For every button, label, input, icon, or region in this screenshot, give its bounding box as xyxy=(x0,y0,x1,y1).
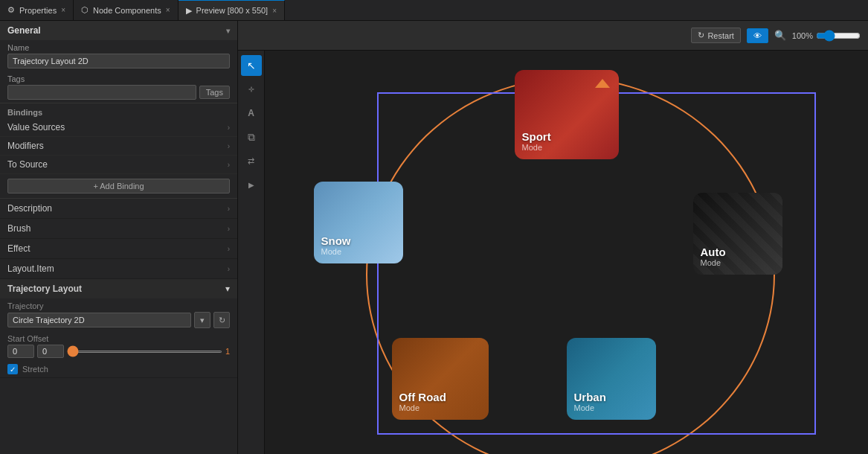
tags-input-row: Tags xyxy=(7,85,230,100)
offset-inputs: 1 xyxy=(7,345,230,358)
auto-card[interactable]: Auto Mode xyxy=(693,193,782,275)
preview-tab-close[interactable]: × xyxy=(272,7,277,15)
effect-row[interactable]: Effect › xyxy=(0,239,237,259)
stretch-label: Stretch xyxy=(22,365,48,374)
restart-button[interactable]: ↻ Restart xyxy=(691,28,740,43)
start-offset-row: Start Offset 1 xyxy=(0,331,237,361)
preview-toolbar: ↻ Restart 👁 🔍 100% xyxy=(238,21,868,51)
node-components-tab-close[interactable]: × xyxy=(166,6,170,14)
restart-icon: ↻ xyxy=(698,31,704,40)
bindings-header: Bindings xyxy=(0,103,237,118)
tab-bar: ⚙ Properties × ⬡ Node Components × ▶ Pre… xyxy=(0,0,868,21)
layers-tool[interactable]: ⧉ xyxy=(241,127,262,147)
canvas-area: ↖ ⊹ A ⧉ ⇄ ▶ Sport Mode xyxy=(238,51,868,454)
video-tool[interactable]: ▶ xyxy=(241,174,262,195)
to-source-row[interactable]: To Source › xyxy=(0,156,237,174)
trajectory-dropdown-icon[interactable]: ▾ xyxy=(194,312,210,328)
start-offset-label: Start Offset xyxy=(7,334,230,343)
trajectory-select-row: Circle Trajectory 2D ▾ ↻ xyxy=(7,312,230,328)
tab-preview[interactable]: ▶ Preview [800 x 550] × xyxy=(179,0,285,20)
zoom-slider[interactable] xyxy=(816,30,861,42)
description-chevron-icon: › xyxy=(228,205,230,213)
general-section-header[interactable]: General ▾ xyxy=(0,21,237,40)
start-offset-max: 1 xyxy=(225,347,230,356)
value-sources-row[interactable]: Value Sources › xyxy=(0,118,237,137)
canvas-content: Sport Mode Snow Mode Auto Mode xyxy=(269,51,864,454)
value-sources-chevron-icon: › xyxy=(228,124,230,132)
preview-canvas: Sport Mode Snow Mode Auto Mode xyxy=(265,51,868,454)
tool-strip: ↖ ⊹ A ⧉ ⇄ ▶ xyxy=(238,51,265,454)
urban-card-title: Urban xyxy=(574,391,606,403)
name-input[interactable] xyxy=(7,54,230,68)
brush-chevron-icon: › xyxy=(228,225,230,233)
snow-card-title: Snow xyxy=(321,234,351,247)
modifiers-chevron-icon: › xyxy=(228,142,230,150)
auto-card-title: Auto xyxy=(701,246,726,258)
preview-icon: ▶ xyxy=(186,6,192,16)
toolbar-right: ↻ Restart 👁 🔍 100% xyxy=(691,28,861,43)
modifiers-row[interactable]: Modifiers › xyxy=(0,137,237,156)
general-chevron-down-icon: ▾ xyxy=(226,27,230,35)
stretch-checkbox[interactable] xyxy=(7,364,18,374)
sport-card[interactable]: Sport Mode xyxy=(515,70,619,159)
tags-button[interactable]: Tags xyxy=(199,86,230,99)
text-tool[interactable]: A xyxy=(241,103,262,124)
zoom-display: 100% xyxy=(792,30,861,42)
trajectory-field-label: Trajectory xyxy=(7,301,230,310)
tags-field-row: Tags Tags xyxy=(0,71,237,103)
snow-card-sub: Mode xyxy=(321,247,342,256)
trajectory-layout-header[interactable]: Trajectory Layout ▾ xyxy=(0,279,237,298)
tags-input[interactable] xyxy=(7,85,196,100)
offroad-card[interactable]: Off Road Mode xyxy=(392,338,489,420)
start-offset-val-input[interactable] xyxy=(37,345,64,358)
properties-tab-close[interactable]: × xyxy=(61,6,65,14)
offroad-card-sub: Mode xyxy=(399,403,420,412)
start-offset-min-input[interactable] xyxy=(7,345,34,358)
tags-label: Tags xyxy=(7,74,230,83)
properties-icon: ⚙ xyxy=(7,5,15,15)
trajectory-layout-chevron-icon: ▾ xyxy=(225,284,230,294)
brush-row[interactable]: Brush › xyxy=(0,219,237,239)
urban-card[interactable]: Urban Mode xyxy=(567,338,656,420)
tab-node-components[interactable]: ⬡ Node Components × xyxy=(74,0,179,20)
trajectory-select[interactable]: Circle Trajectory 2D xyxy=(7,313,191,327)
right-panel: ↻ Restart 👁 🔍 100% ↖ ⊹ A ⧉ xyxy=(238,21,868,454)
eye-button[interactable]: 👁 xyxy=(747,28,768,43)
auto-card-sub: Mode xyxy=(701,258,721,267)
zoom-label: 100% xyxy=(792,31,813,40)
name-field-row: Name xyxy=(0,40,237,71)
snow-card[interactable]: Snow Mode xyxy=(314,182,403,263)
start-offset-slider[interactable] xyxy=(67,351,222,353)
layout-item-chevron-icon: › xyxy=(228,265,230,273)
select-tool[interactable]: ⊹ xyxy=(241,79,262,100)
sport-card-sub: Mode xyxy=(522,143,543,152)
urban-card-sub: Mode xyxy=(574,403,595,412)
description-row[interactable]: Description › xyxy=(0,199,237,219)
offroad-card-title: Off Road xyxy=(399,391,446,403)
trajectory-layout-section: Trajectory Layout ▾ Trajectory Circle Tr… xyxy=(0,279,237,378)
main-layout: General ▾ Name Tags Tags Bindings Value … xyxy=(0,21,868,454)
to-source-chevron-icon: › xyxy=(228,161,230,169)
add-binding-button[interactable]: + Add Binding xyxy=(7,179,230,194)
name-label: Name xyxy=(7,43,230,52)
share-tool[interactable]: ⇄ xyxy=(241,150,262,171)
effect-chevron-icon: › xyxy=(228,245,230,253)
left-panel: General ▾ Name Tags Tags Bindings Value … xyxy=(0,21,238,454)
pointer-tool[interactable]: ↖ xyxy=(241,55,262,76)
tab-properties[interactable]: ⚙ Properties × xyxy=(0,0,74,20)
stretch-row: Stretch xyxy=(0,361,237,377)
sport-card-title: Sport xyxy=(522,130,551,143)
trajectory-field: Trajectory Circle Trajectory 2D ▾ ↻ xyxy=(0,298,237,331)
layout-item-row[interactable]: Layout.Item › xyxy=(0,259,237,279)
eye-icon: 👁 xyxy=(753,31,762,40)
node-icon: ⬡ xyxy=(81,5,89,15)
trajectory-refresh-icon[interactable]: ↻ xyxy=(213,312,230,328)
search-icon: 🔍 xyxy=(774,30,786,41)
